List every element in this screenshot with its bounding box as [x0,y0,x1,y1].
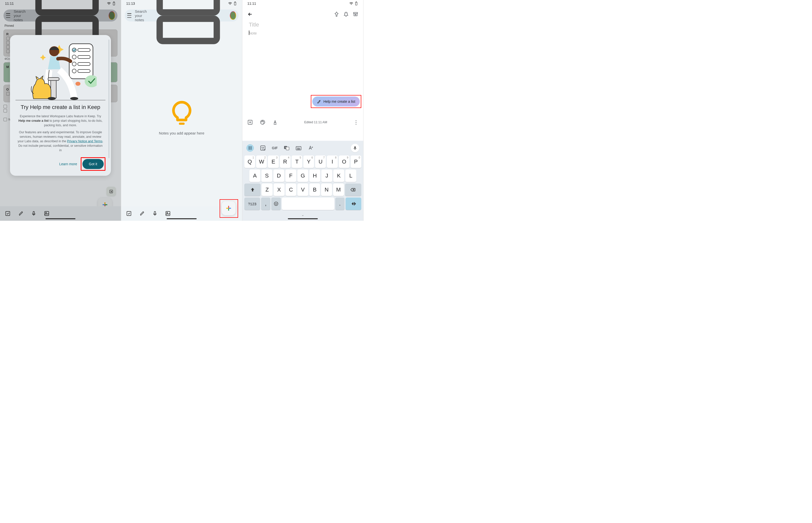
voice-input-icon[interactable] [351,144,359,152]
battery-icon [233,1,237,5]
space-key[interactable] [282,198,334,210]
add-box-icon[interactable] [247,120,253,125]
gif-button[interactable]: GIF [272,146,278,150]
key-o[interactable]: O9 [339,156,350,168]
got-it-button[interactable]: Got it [82,159,104,169]
keyboard-collapse-icon[interactable]: ⌄ [243,213,362,217]
key-l[interactable]: L [345,169,356,182]
key-b[interactable]: B [309,183,320,196]
export-icon[interactable] [107,187,116,196]
new-note-fab[interactable] [222,201,235,215]
key-k[interactable]: K [333,169,344,182]
keyboard-apps-icon[interactable] [246,144,254,152]
battery-icon [354,1,358,5]
svg-point-14 [75,82,80,86]
keyboard-row-2: ASDFGHJKL [243,169,362,183]
status-time: 11:11 [247,1,256,5]
brush-icon[interactable] [139,211,145,216]
key-p[interactable]: P0 [351,156,361,168]
key-i[interactable]: I8 [327,156,338,168]
title-input[interactable]: Title [242,20,363,30]
keyboard-row-3: ZXCVBNM [243,183,362,197]
svg-rect-55 [297,149,300,149]
key-x[interactable]: X [273,183,285,196]
empty-state-text: Notes you add appear here [159,131,204,135]
key-d[interactable]: D [273,169,284,182]
editor-bottom-toolbar: Edited 11:11 AM ⋮ [242,116,363,128]
key-y[interactable]: Y6 [303,156,314,168]
key-v[interactable]: V [297,183,308,196]
status-icons [349,1,358,5]
checkbox-icon[interactable] [5,211,11,216]
key-w[interactable]: W2 [256,156,267,168]
sticker-icon[interactable] [260,145,266,151]
svg-point-54 [299,148,300,148]
emoji-key[interactable] [271,198,281,210]
screen-1-modal: 11:11 Search your notes Pinned R 4/Cros … [0,0,121,221]
svg-rect-25 [234,2,236,5]
note-input[interactable]: Note [242,30,363,37]
more-icon[interactable]: ⋮ [354,119,358,125]
svg-rect-31 [154,212,156,214]
checkbox-icon[interactable] [126,211,132,216]
mic-icon[interactable] [31,211,37,216]
palette-icon[interactable] [260,120,265,125]
svg-rect-16 [48,77,59,80]
svg-rect-51 [296,146,301,150]
backspace-key[interactable] [345,183,361,196]
shift-key[interactable] [244,183,261,196]
magic-pen-icon [317,100,321,104]
key-q[interactable]: Q1 [244,156,255,168]
comma-key[interactable]: , [261,198,270,210]
key-g[interactable]: G [297,169,308,182]
pin-icon[interactable] [334,12,339,17]
translate-icon[interactable]: G [284,145,289,151]
brush-icon[interactable] [18,211,23,216]
key-n[interactable]: N [321,183,332,196]
modal-title: Try Help me create a list in Keep [16,104,106,111]
key-j[interactable]: J [321,169,332,182]
nav-handle[interactable] [167,218,196,219]
key-f[interactable]: F [285,169,296,182]
key-r[interactable]: R4 [280,156,290,168]
key-u[interactable]: U7 [315,156,326,168]
text-style-icon[interactable] [307,145,314,151]
nav-handle[interactable] [45,218,75,219]
help-me-create-list-chip[interactable]: Help me create a list [312,96,360,107]
back-icon[interactable] [247,12,253,17]
learn-more-button[interactable]: Learn more [59,162,77,166]
key-a[interactable]: A [249,169,260,182]
key-t[interactable]: T5 [291,156,302,168]
svg-point-40 [263,122,264,122]
image-icon[interactable] [44,211,50,216]
image-icon[interactable] [165,211,171,216]
scrollbar[interactable] [109,39,110,158]
editor-toolbar [242,7,363,20]
nav-handle[interactable] [288,218,318,219]
symbols-key[interactable]: ?123 [244,198,260,210]
wifi-icon [228,1,232,5]
enter-key[interactable] [345,198,361,210]
svg-point-52 [297,148,298,148]
reminder-icon[interactable] [343,12,349,17]
archive-icon[interactable] [353,12,358,17]
lightbulb-icon [170,100,194,126]
svg-rect-35 [356,2,357,2]
mic-icon[interactable] [152,211,158,216]
privacy-link[interactable]: Privacy Notice and Terms [67,140,103,143]
svg-point-33 [167,212,168,213]
key-z[interactable]: Z [262,183,272,196]
svg-point-57 [274,202,278,206]
key-h[interactable]: H [309,169,320,182]
key-m[interactable]: M [333,183,344,196]
key-c[interactable]: C [286,183,297,196]
period-key[interactable]: . [335,198,345,210]
svg-text:G: G [285,146,287,149]
svg-point-18 [48,97,56,100]
svg-point-38 [261,122,262,122]
key-s[interactable]: S [261,169,272,182]
keyboard: GIF G Q1W2E3R4T5Y6U7I8O9P0 ASDFGHJKL ZXC… [242,141,363,221]
text-format-icon[interactable] [272,120,278,125]
key-e[interactable]: E3 [268,156,279,168]
keyboard-settings-icon[interactable] [296,145,302,151]
